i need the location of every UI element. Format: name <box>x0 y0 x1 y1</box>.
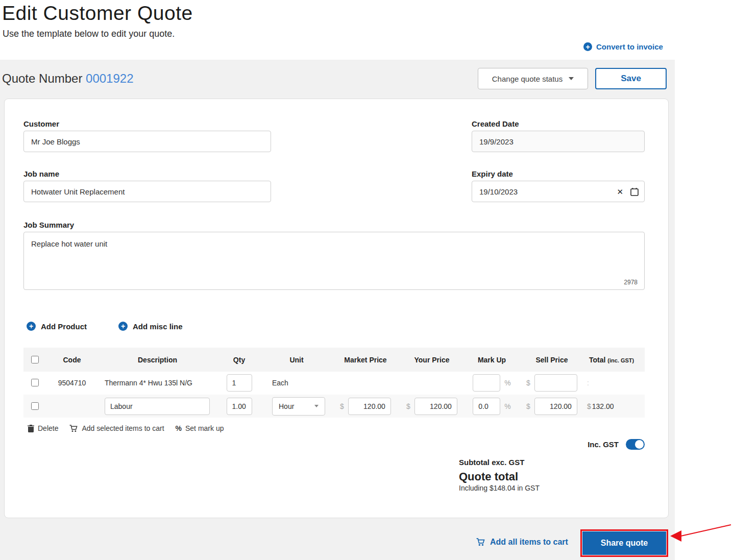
add-selected-to-cart-label: Add selected items to cart <box>82 424 164 432</box>
currency-symbol: $ <box>587 402 591 410</box>
col-unit: Unit <box>261 356 332 364</box>
row-checkbox[interactable] <box>31 402 39 410</box>
col-mark-up: Mark Up <box>465 356 519 364</box>
page-title: Edit Customer Quote <box>2 2 193 25</box>
calendar-icon[interactable] <box>630 187 639 196</box>
row-checkbox[interactable] <box>31 379 39 386</box>
currency-symbol: $ <box>406 402 410 410</box>
item-description: Thermann 4* Hwu 135l N/G <box>97 379 217 387</box>
your-price-input[interactable] <box>414 398 457 415</box>
currency-symbol: $ <box>526 402 530 410</box>
col-qty: Qty <box>217 356 261 364</box>
table-header-row: Code Description Qty Unit Market Price Y… <box>23 348 645 372</box>
description-input[interactable] <box>105 398 210 415</box>
add-product-label: Add Product <box>41 322 87 331</box>
job-name-input[interactable] <box>23 181 271 202</box>
created-date-input <box>472 131 645 152</box>
quote-total-label: Quote total <box>459 470 518 483</box>
annotation-arrow <box>669 521 733 546</box>
share-quote-button[interactable]: Share quote <box>582 531 666 555</box>
subtotal-label: Subtotal exc. GST <box>459 458 524 467</box>
row-total: 132.00 <box>592 402 614 410</box>
save-button[interactable]: Save <box>595 68 667 89</box>
delete-label: Delete <box>38 424 58 432</box>
unit-select[interactable]: Hour <box>272 397 325 416</box>
set-mark-up-label: Set mark up <box>185 424 224 432</box>
table-row: Hour $ $ % $ <box>23 395 645 418</box>
col-your-price: Your Price <box>399 356 465 364</box>
mark-up-input[interactable] <box>473 398 500 415</box>
currency-symbol: $ <box>340 402 344 410</box>
col-sell-price: Sell Price <box>519 356 585 364</box>
col-code: Code <box>46 356 97 364</box>
currency-symbol: $ <box>526 379 530 387</box>
qty-input[interactable] <box>227 398 252 415</box>
quote-bar: Quote Number 0001922 Change quote status… <box>2 68 667 89</box>
add-misc-line-button[interactable]: + Add misc line <box>118 322 183 331</box>
convert-to-invoice-label: Convert to invoice <box>596 42 663 51</box>
col-market-price: Market Price <box>332 356 399 364</box>
line-items-table: Code Description Qty Unit Market Price Y… <box>23 348 645 418</box>
add-all-items-to-cart-label: Add all items to cart <box>490 538 568 547</box>
market-price-input[interactable] <box>348 398 391 415</box>
add-misc-line-label: Add misc line <box>133 322 183 331</box>
inc-gst-label: Inc. GST <box>588 440 619 449</box>
sell-price-input[interactable] <box>534 374 577 392</box>
delete-button[interactable]: Delete <box>28 424 58 432</box>
quote-number: Quote Number 0001922 <box>2 71 134 86</box>
char-count: 2978 <box>624 279 638 286</box>
job-name-label: Job name <box>23 169 59 178</box>
select-all-checkbox[interactable] <box>31 356 39 363</box>
percent-symbol: % <box>504 402 510 410</box>
table-row: 9504710 Thermann 4* Hwu 135l N/G Each % … <box>23 372 645 395</box>
col-total-suffix: (inc. GST) <box>607 357 634 363</box>
add-product-button[interactable]: + Add Product <box>27 322 87 331</box>
created-date-label: Created Date <box>472 119 519 128</box>
unit-select-value: Hour <box>279 402 294 410</box>
change-quote-status-label: Change quote status <box>492 75 563 83</box>
change-quote-status-button[interactable]: Change quote status <box>478 68 588 89</box>
plus-icon: + <box>27 322 36 331</box>
chevron-down-icon <box>314 405 319 407</box>
quote-number-value: 0001922 <box>86 71 133 85</box>
job-summary-label: Job Summary <box>23 221 74 229</box>
col-description: Description <box>97 356 217 364</box>
expiry-date-label: Expiry date <box>472 169 513 178</box>
gst-note: Including $148.04 in GST <box>459 484 540 492</box>
quote-card: Customer Created Date Job name Expiry da… <box>4 99 669 518</box>
cart-icon <box>476 538 485 546</box>
plus-icon: + <box>583 42 592 51</box>
toggle-knob <box>635 440 644 449</box>
quote-number-label: Quote Number <box>2 71 82 85</box>
row-total: : <box>587 379 589 387</box>
chevron-down-icon <box>569 77 574 80</box>
percent-symbol: % <box>504 379 510 387</box>
add-selected-to-cart-button[interactable]: Add selected items to cart <box>69 424 164 432</box>
clear-date-icon[interactable]: ✕ <box>617 188 623 196</box>
customer-label: Customer <box>23 119 59 128</box>
col-total: Total (inc. GST) <box>585 356 645 364</box>
mark-up-input[interactable] <box>473 374 500 392</box>
page-subtitle: Use the template below to edit your quot… <box>3 29 175 39</box>
add-all-items-to-cart-link[interactable]: Add all items to cart <box>476 538 568 547</box>
item-unit: Each <box>261 379 332 387</box>
set-mark-up-button[interactable]: % Set mark up <box>176 424 224 432</box>
inc-gst-toggle[interactable] <box>626 439 645 450</box>
customer-input[interactable] <box>23 131 271 152</box>
item-code: 9504710 <box>46 379 97 387</box>
sell-price-input[interactable] <box>534 398 577 415</box>
cart-icon <box>69 425 78 432</box>
convert-to-invoice-link[interactable]: + Convert to invoice <box>583 42 663 51</box>
trash-icon <box>28 425 34 432</box>
plus-icon: + <box>118 322 128 331</box>
qty-input[interactable] <box>227 374 252 392</box>
edit-customer-quote-page: Edit Customer Quote Use the template bel… <box>0 0 733 560</box>
percent-icon: % <box>176 424 182 432</box>
job-summary-textarea[interactable] <box>23 232 645 290</box>
